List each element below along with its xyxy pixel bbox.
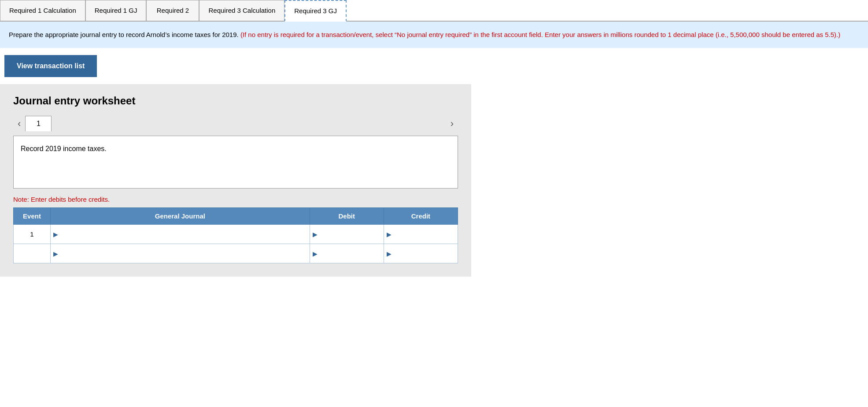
- next-page-button[interactable]: ›: [446, 116, 458, 131]
- event-number-1: 1: [30, 230, 33, 238]
- tab-req1calc[interactable]: Required 1 Calculation: [0, 0, 85, 21]
- worksheet-title: Journal entry worksheet: [13, 95, 458, 107]
- tab-req1gj[interactable]: Required 1 GJ: [85, 0, 147, 21]
- table-row: 1 ▶ ▶ ▶: [14, 225, 458, 244]
- general-journal-input-1[interactable]: [60, 230, 307, 238]
- triangle-icon-gj1: ▶: [53, 231, 58, 238]
- view-transaction-button[interactable]: View transaction list: [4, 55, 97, 77]
- col-debit: Debit: [310, 208, 384, 225]
- journal-table: Event General Journal Debit Credit 1 ▶: [13, 207, 458, 263]
- tab-bar: Required 1 Calculation Required 1 GJ Req…: [0, 0, 868, 22]
- general-journal-cell-2[interactable]: ▶: [51, 244, 310, 263]
- debit-input-2[interactable]: [319, 250, 381, 257]
- triangle-icon-debit2: ▶: [313, 250, 318, 257]
- col-credit: Credit: [384, 208, 458, 225]
- prev-page-button[interactable]: ‹: [13, 116, 25, 131]
- note-text: Note: Enter debits before credits.: [13, 196, 458, 203]
- tab-req3calc[interactable]: Required 3 Calculation: [199, 0, 284, 21]
- instructions-main-text: Prepare the appropriate journal entry to…: [9, 31, 239, 38]
- triangle-icon-gj2: ▶: [53, 250, 58, 257]
- description-text: Record 2019 income taxes.: [21, 145, 107, 152]
- credit-cell-2[interactable]: ▶: [384, 244, 458, 263]
- credit-input-1[interactable]: [393, 230, 455, 238]
- general-journal-input-2[interactable]: [60, 250, 307, 257]
- credit-cell-1[interactable]: ▶: [384, 225, 458, 244]
- general-journal-cell-1[interactable]: ▶: [51, 225, 310, 244]
- table-row: ▶ ▶ ▶: [14, 244, 458, 263]
- credit-input-2[interactable]: [393, 250, 455, 257]
- pagination-row: ‹ 1 ›: [13, 116, 458, 131]
- table-header-row: Event General Journal Debit Credit: [14, 208, 458, 225]
- instructions-box: Prepare the appropriate journal entry to…: [0, 22, 868, 48]
- debit-cell-1[interactable]: ▶: [310, 225, 384, 244]
- triangle-icon-credit2: ▶: [387, 250, 392, 257]
- event-cell-2: [14, 244, 51, 263]
- tab-req3gj[interactable]: Required 3 GJ: [284, 0, 347, 22]
- debit-input-1[interactable]: [319, 230, 381, 238]
- instructions-red-text: (If no entry is required for a transacti…: [240, 31, 840, 38]
- debit-cell-2[interactable]: ▶: [310, 244, 384, 263]
- triangle-icon-credit1: ▶: [387, 231, 392, 238]
- description-box: Record 2019 income taxes.: [13, 136, 458, 189]
- col-general-journal: General Journal: [51, 208, 310, 225]
- event-cell-1: 1: [14, 225, 51, 244]
- journal-entry-worksheet: Journal entry worksheet ‹ 1 › Record 201…: [0, 84, 471, 277]
- current-page-tab[interactable]: 1: [25, 116, 52, 131]
- col-event: Event: [14, 208, 51, 225]
- triangle-icon-debit1: ▶: [313, 231, 318, 238]
- tab-req2[interactable]: Required 2: [146, 0, 199, 21]
